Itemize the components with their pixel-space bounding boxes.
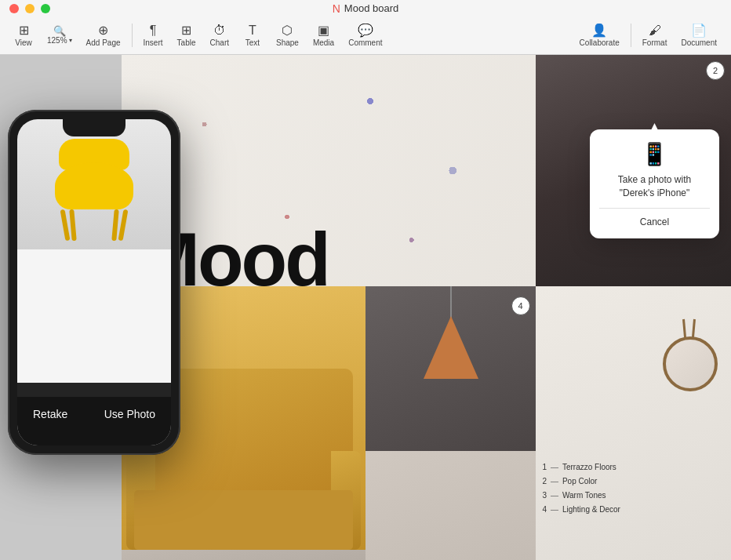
pendant-shade	[424, 316, 478, 379]
add-page-icon: ⊕	[98, 24, 108, 37]
pages-icon: N	[333, 2, 340, 15]
popup-cancel-button[interactable]: Cancel	[637, 213, 672, 231]
zoom-value: 125% ▾	[47, 36, 72, 45]
iphone-screen: Retake Use Photo	[17, 119, 171, 445]
view-icon: ⊞	[19, 24, 29, 37]
title-row: N Mood board	[0, 0, 731, 17]
mirror-circle	[663, 336, 718, 391]
label-item-4: 4 — Lighting & Decor	[542, 503, 620, 517]
insert-button[interactable]: ¶ Insert	[137, 22, 169, 49]
add-page-label: Add Page	[86, 38, 121, 47]
document-button[interactable]: 📄 Document	[675, 22, 723, 49]
comment-button[interactable]: 💬 Comment	[342, 22, 388, 49]
chair-leg-front-left	[60, 209, 71, 241]
insert-icon: ¶	[150, 24, 157, 37]
zoom-icon: 🔍	[53, 26, 66, 36]
zoom-button[interactable]: 🔍 125% ▾	[41, 24, 78, 47]
text-label: Text	[245, 38, 260, 47]
mid-section	[366, 286, 536, 560]
badge-4: 4	[511, 296, 530, 315]
document-icon: 📄	[691, 24, 707, 37]
right-section: 1 — Terrazzo Floors 2 — Pop Color 3 — Wa…	[536, 286, 731, 560]
chair-leg-back-left	[69, 209, 76, 241]
main-area: Retake Use Photo Mood Board.	[0, 55, 731, 560]
title-bar: N Mood board ⊞ View 🔍 125% ▾ ⊕ Add Page …	[0, 0, 731, 55]
toolbar-separator-2	[631, 24, 631, 47]
label-item-3: 3 — Warm Tones	[542, 489, 620, 503]
toolbar-separator-1	[132, 24, 133, 47]
chart-icon: ⏱	[213, 24, 226, 37]
shape-icon: ⬡	[282, 24, 293, 37]
label-item-2: 2 — Pop Color	[542, 475, 620, 489]
collaborate-label: Collaborate	[580, 38, 620, 47]
iphone-bottom-bar: Retake Use Photo	[17, 383, 171, 445]
comment-icon: 💬	[358, 24, 373, 37]
chair-seat	[55, 162, 133, 209]
media-label: Media	[313, 38, 334, 47]
chart-button[interactable]: ⏱ Chart	[204, 22, 235, 49]
popup-divider	[599, 208, 710, 209]
shape-button[interactable]: ⬡ Shape	[270, 22, 305, 49]
shape-label: Shape	[276, 38, 299, 47]
chart-label: Chart	[210, 38, 229, 47]
iphone-mockup: Retake Use Photo	[0, 110, 180, 560]
text-button[interactable]: T Text	[237, 22, 268, 49]
pendant-area	[366, 286, 536, 451]
label-item-1: 1 — Terrazzo Floors	[542, 460, 620, 475]
fur-area	[366, 451, 536, 560]
table-icon: ⊞	[181, 24, 191, 37]
retake-button[interactable]: Retake	[33, 408, 67, 420]
iphone-notch	[63, 119, 125, 136]
mirror	[659, 319, 722, 405]
chevron-down-icon: ▾	[69, 37, 72, 44]
maximize-button[interactable]	[41, 4, 50, 13]
view-button[interactable]: ⊞ View	[8, 22, 39, 49]
view-label: View	[15, 38, 32, 47]
chair-illustration	[43, 139, 145, 241]
pendant-cord	[450, 286, 452, 318]
phone-icon: 📱	[641, 141, 668, 167]
popup-title: Take a photo with"Derek's iPhone"	[618, 173, 691, 200]
close-button[interactable]	[9, 4, 19, 13]
minimize-button[interactable]	[25, 4, 35, 13]
add-page-button[interactable]: ⊕ Add Page	[80, 22, 127, 49]
text-icon: T	[249, 24, 256, 37]
media-icon: ▣	[318, 24, 329, 37]
take-photo-popup: 📱 Take a photo with"Derek's iPhone" Canc…	[590, 129, 719, 238]
toolbar: ⊞ View 🔍 125% ▾ ⊕ Add Page ¶ Insert ⊞ Ta…	[0, 17, 731, 54]
insert-label: Insert	[144, 38, 163, 47]
format-icon: 🖌	[649, 24, 661, 37]
collaborate-button[interactable]: 👤 Collaborate	[573, 22, 626, 49]
window-controls	[9, 4, 50, 13]
collaborate-icon: 👤	[591, 24, 607, 37]
format-button[interactable]: 🖌 Format	[636, 22, 674, 49]
iphone-frame: Retake Use Photo	[8, 110, 180, 455]
badge-2: 2	[706, 61, 725, 80]
media-button[interactable]: ▣ Media	[307, 22, 340, 49]
window-title: N Mood board	[333, 2, 399, 15]
comment-label: Comment	[348, 38, 382, 47]
document-label: Document	[681, 38, 717, 47]
format-label: Format	[642, 38, 667, 47]
table-label: Table	[177, 38, 196, 47]
labels-section: 1 — Terrazzo Floors 2 — Pop Color 3 — Wa…	[542, 460, 620, 517]
table-button[interactable]: ⊞ Table	[171, 22, 202, 49]
use-photo-button[interactable]: Use Photo	[104, 408, 155, 420]
chair-leg-front-right	[118, 209, 129, 241]
